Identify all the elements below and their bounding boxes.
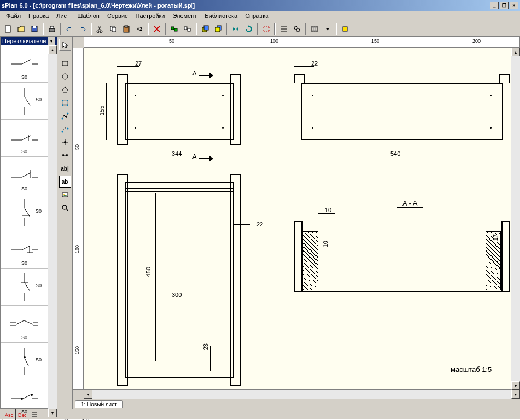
horizontal-scrollbar[interactable]: ◂ ▸ — [84, 390, 520, 399]
drawing-canvas[interactable]: 27 155 344 A A — [84, 48, 511, 390]
open-file-button[interactable] — [15, 23, 27, 35]
svg-line-39 — [25, 208, 30, 217]
select-tool[interactable] — [59, 39, 71, 51]
mirror-h-button[interactable] — [230, 23, 242, 35]
ruler-horizontal: 50 100 150 200 — [84, 37, 520, 48]
dimension-label: 10 — [322, 241, 329, 247]
redo-button[interactable] — [77, 23, 89, 35]
section-label: A — [192, 153, 196, 160]
find-button[interactable] — [291, 23, 303, 35]
library-item[interactable]: S0 — [1, 194, 48, 231]
zoom-fit-button[interactable] — [339, 23, 351, 35]
ungroup-button[interactable] — [182, 23, 194, 35]
svg-line-25 — [22, 60, 31, 64]
copy-button[interactable] — [107, 23, 119, 35]
svg-line-63 — [23, 395, 31, 399]
save-file-button[interactable] — [28, 23, 40, 35]
front-button[interactable] — [199, 23, 211, 35]
scroll-left-button[interactable]: ◂ — [84, 390, 92, 399]
menu-library[interactable]: Библиотека — [201, 11, 241, 20]
grid-dropdown[interactable]: ▾ — [322, 23, 334, 35]
snap-button[interactable] — [260, 23, 272, 35]
svg-line-28 — [25, 97, 30, 106]
library-item[interactable]: S0 — [1, 231, 48, 269]
scroll-down-button[interactable]: ▾ — [511, 381, 520, 390]
grid-settings-button[interactable] — [308, 23, 320, 35]
menu-sheet[interactable]: Лист — [52, 11, 73, 20]
maximize-button[interactable]: ❐ — [500, 2, 509, 9]
library-item[interactable]: S0 — [1, 343, 48, 380]
scroll-track[interactable] — [92, 390, 511, 399]
scroll-up-button[interactable]: ▴ — [511, 48, 520, 56]
menu-help[interactable]: Справка — [241, 11, 272, 20]
image-tool[interactable] — [59, 189, 71, 201]
menu-template[interactable]: Шаблон — [73, 11, 103, 20]
text-box-tool[interactable]: ab — [59, 176, 71, 188]
text-tool[interactable]: ab| — [59, 162, 71, 174]
drawing-part — [230, 174, 241, 386]
sheet-tab-bar: 1: Новый лист — [73, 399, 520, 409]
svg-line-83 — [66, 209, 68, 211]
back-button[interactable] — [212, 23, 224, 35]
svg-rect-14 — [188, 28, 190, 31]
dimension-label: 17 — [492, 234, 499, 241]
svg-rect-23 — [343, 27, 347, 31]
cut-button[interactable] — [94, 23, 106, 35]
menu-edit[interactable]: Правка — [25, 11, 52, 20]
library-items-list: S0 S0 S0 S0 S0 S0 S0 S0 S0 S0 — [1, 45, 48, 417]
menu-file[interactable]: Файл — [2, 11, 25, 20]
window-title: sPlan 6.0 - [c:\program files\splan_6.0\… — [2, 2, 489, 9]
library-item[interactable]: S0 — [1, 157, 48, 194]
menu-element[interactable]: Элемент — [168, 11, 201, 20]
list-button[interactable] — [278, 23, 290, 35]
menu-service[interactable]: Сервис — [103, 11, 132, 20]
undo-button[interactable] — [63, 23, 75, 35]
scroll-right-button[interactable]: ▸ — [511, 390, 520, 399]
section-title: A - A — [397, 199, 423, 208]
line-tool[interactable] — [59, 110, 71, 122]
node-tool[interactable] — [59, 136, 71, 148]
delete-button[interactable] — [151, 23, 163, 35]
shape-tool[interactable] — [59, 84, 71, 96]
polygon-tool[interactable] — [59, 97, 71, 109]
scroll-up-button[interactable]: ▴ — [48, 45, 57, 54]
duplicate-button[interactable]: ×2 — [133, 23, 145, 35]
svg-line-48 — [25, 283, 30, 291]
group-button[interactable] — [168, 23, 180, 35]
close-button[interactable]: × — [510, 2, 518, 9]
minimize-button[interactable]: _ — [490, 2, 499, 9]
paste-button[interactable] — [120, 23, 132, 35]
zoom-tool[interactable] — [59, 202, 71, 214]
new-file-button[interactable] — [2, 23, 14, 35]
circle-tool[interactable] — [59, 71, 71, 83]
library-item[interactable]: S0 — [1, 45, 48, 83]
dimension-tool[interactable] — [59, 149, 71, 161]
drawing-part — [499, 74, 510, 83]
drawing-part — [501, 221, 510, 292]
library-category-dropdown[interactable]: Переключатели ▾ — [1, 37, 57, 45]
scroll-track[interactable] — [48, 54, 57, 409]
svg-rect-66 — [62, 61, 68, 66]
curve-tool[interactable] — [59, 123, 71, 135]
svg-rect-12 — [174, 28, 177, 31]
library-scrollbar[interactable]: ▴ ▾ — [48, 45, 57, 417]
library-item[interactable]: S0 — [1, 120, 48, 157]
library-item[interactable]: S0 — [1, 269, 48, 306]
library-panel: Переключатели ▾ S0 S0 S0 S0 S0 S0 S0 S0 … — [0, 37, 57, 409]
vertical-scrollbar[interactable]: ▴ ▾ — [511, 48, 520, 390]
drawing-part — [125, 83, 234, 140]
rectangle-tool[interactable] — [59, 57, 71, 69]
svg-rect-4 — [50, 26, 54, 28]
library-item[interactable]: S0 — [1, 306, 48, 343]
rotate-button[interactable] — [243, 23, 255, 35]
sheet-tab[interactable]: 1: Новый лист — [75, 400, 123, 408]
print-button[interactable] — [46, 23, 58, 35]
scroll-down-button[interactable]: ▾ — [48, 409, 57, 417]
library-item[interactable]: S0 — [1, 380, 48, 417]
svg-line-31 — [22, 136, 31, 140]
svg-point-21 — [296, 28, 300, 32]
svg-rect-19 — [264, 26, 269, 32]
library-item[interactable]: S0 — [1, 83, 48, 120]
scroll-track[interactable] — [511, 56, 520, 381]
menu-settings[interactable]: Настройки — [132, 11, 169, 20]
